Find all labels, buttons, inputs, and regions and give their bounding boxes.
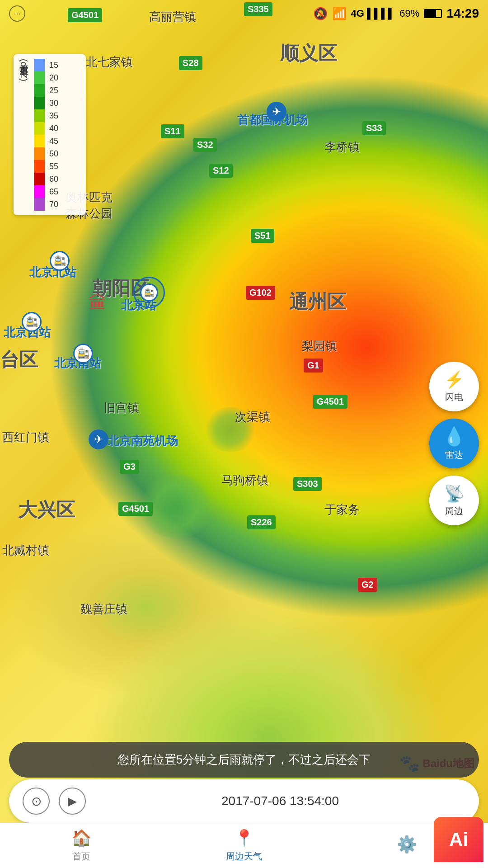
lightning-icon: ⚡ <box>444 370 465 389</box>
nearby-icon: 📡 <box>444 484 465 503</box>
status-time: 14:29 <box>446 6 479 21</box>
station-icon-bjnan: 🚉 <box>73 344 93 363</box>
location-button[interactable]: ⊙ <box>23 788 50 815</box>
road-badge-g2: G2 <box>358 578 377 592</box>
road-badge-s303: S303 <box>293 477 322 491</box>
legend-box: 雷达反射率(dBZ) 15 20 25 30 35 <box>14 54 86 215</box>
lightning-label: 闪电 <box>445 391 463 403</box>
play-button[interactable]: ▶ <box>59 788 86 815</box>
label-tongzhou: 通州区 <box>289 289 346 315</box>
station-icon-bjxi: 🚉 <box>22 312 42 332</box>
label-yujia: 于家务 <box>324 502 360 518</box>
label-beiqijia: 北七家镇 <box>86 54 133 70</box>
ai-badge: Ai <box>434 817 483 862</box>
legend-value-labels: 15 20 25 30 35 40 45 50 55 60 65 70 <box>49 59 58 211</box>
playback-time: 2017-07-06 13:54:00 <box>95 794 465 808</box>
road-badge-g1: G1 <box>304 359 323 373</box>
battery-percent: 69% <box>399 8 419 19</box>
label-liuyuan: 梨园镇 <box>302 338 337 354</box>
label-nanyuan-airport: 北京南苑机场 <box>108 433 178 449</box>
road-badge-s51: S51 <box>251 229 274 243</box>
home-icon: 🏠 <box>71 829 92 848</box>
label-shunyi: 顺义区 <box>280 41 337 66</box>
airport-icon-shoudu: ✈ <box>267 102 286 122</box>
ai-label: Ai <box>449 829 468 850</box>
notification-bar: 您所在位置5分钟之后雨就停了，不过之后还会下 <box>9 742 479 778</box>
nav-weather[interactable]: 📍 周边天气 <box>163 824 325 867</box>
road-badge-g4501-mid: G4501 <box>313 395 347 409</box>
status-bar: ··· 🔕 📶 4G ▌▌▌▌ 69% 14:29 <box>0 0 488 27</box>
station-icon-bjbei: 🚉 <box>50 251 70 271</box>
road-badge-s32: S32 <box>193 138 217 152</box>
label-daxing: 大兴区 <box>18 497 75 523</box>
label-taiqing: 台区 <box>0 347 38 373</box>
legend-title: 雷达反射率(dBZ) <box>18 59 30 203</box>
nav-home[interactable]: 🏠 首页 <box>0 824 163 867</box>
road-badge-s226: S226 <box>247 515 276 529</box>
battery-icon <box>424 9 442 18</box>
building-icon-palace: 🏛 <box>89 293 107 313</box>
nearby-button[interactable]: 📡 周边 <box>429 476 479 525</box>
label-weishanzhuang: 魏善庄镇 <box>80 601 127 617</box>
mute-icon: 🔕 <box>313 7 328 21</box>
bottom-nav: 🏠 首页 📍 周边天气 ⚙️ <box>0 823 488 868</box>
weather-icon: 📍 <box>234 829 254 848</box>
road-badge-g102: G102 <box>246 286 275 300</box>
selected-location[interactable]: 🚉 <box>133 277 165 308</box>
road-badge-s11: S11 <box>161 124 184 138</box>
menu-button[interactable]: ··· <box>9 5 25 22</box>
right-buttons: ⚡ 闪电 💧 雷达 📡 周边 <box>429 362 479 525</box>
road-badge-g3: G3 <box>120 460 139 474</box>
road-badge-s28: S28 <box>179 56 202 70</box>
lightning-button[interactable]: ⚡ 闪电 <box>429 362 479 411</box>
notification-text: 您所在位置5分钟之后雨就停了，不过之后还会下 <box>23 752 465 768</box>
radar-button[interactable]: 💧 雷达 <box>429 419 479 468</box>
playback-bar[interactable]: ⊙ ▶ 2017-07-06 13:54:00 <box>9 779 479 823</box>
wifi-icon: 📶 <box>332 7 347 21</box>
road-badge-g4501-bot: G4501 <box>118 502 153 516</box>
nav-weather-label: 周边天气 <box>226 850 262 863</box>
label-jiumiao: 旧宫镇 <box>104 400 139 416</box>
nav-home-label: 首页 <box>72 850 90 863</box>
label-xihongmen: 西红门镇 <box>2 429 49 445</box>
legend-color-bars <box>34 59 45 211</box>
settings-icon: ⚙️ <box>397 835 417 854</box>
road-badge-s33: S33 <box>362 121 386 135</box>
label-beizangtun: 北臧村镇 <box>2 542 49 558</box>
radar-label: 雷达 <box>445 449 463 461</box>
label-majuqiao: 马驹桥镇 <box>221 472 268 488</box>
label-liqiao: 李桥镇 <box>324 139 360 155</box>
radar-icon: 💧 <box>443 426 465 447</box>
signal-icon: 4G ▌▌▌▌ <box>351 8 395 19</box>
road-badge-s12: S12 <box>209 164 233 178</box>
ai-button[interactable]: Ai <box>429 811 488 868</box>
airport-icon-nanyuan: ✈ <box>89 429 108 449</box>
nearby-label: 周边 <box>445 505 463 517</box>
label-cici: 次渠镇 <box>235 409 270 425</box>
